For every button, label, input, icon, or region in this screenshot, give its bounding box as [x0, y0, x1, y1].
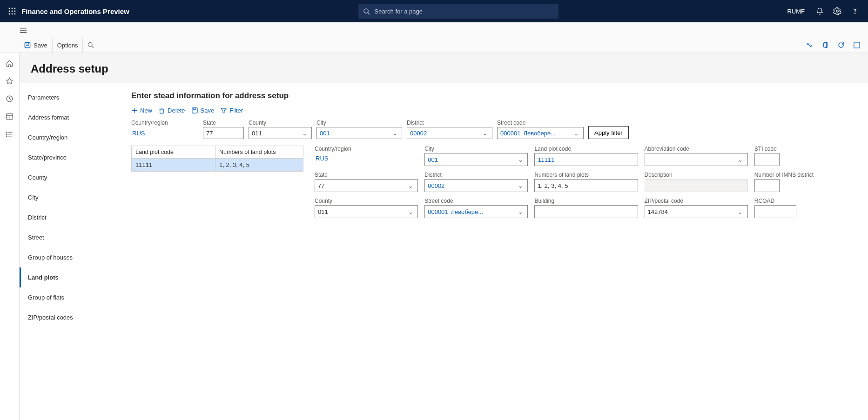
detail-rcoad-label: RCOAD: [754, 198, 858, 204]
detail-imns-input[interactable]: [754, 179, 780, 192]
rail-recent[interactable]: [3, 92, 16, 105]
section-menu-item[interactable]: Parameters: [20, 87, 121, 107]
detail-building-label: Building: [534, 198, 638, 204]
section-menu-item[interactable]: Address format: [20, 107, 121, 127]
section-menu-item[interactable]: County: [20, 167, 121, 187]
section-menu-item[interactable]: State/province: [20, 147, 121, 167]
rail-home[interactable]: [3, 57, 16, 70]
svg-point-30: [6, 133, 7, 134]
detail-building-input[interactable]: [534, 205, 638, 218]
svg-point-2: [14, 8, 16, 9]
filter-city-select[interactable]: 001⌄: [316, 127, 402, 139]
action-search-button[interactable]: [83, 38, 99, 53]
section-menu-item[interactable]: Group of flats: [20, 287, 121, 307]
section-menu-item[interactable]: ZIP/postal codes: [20, 307, 121, 327]
detail-sti-label: STI code: [754, 146, 858, 152]
filter-street-select[interactable]: 000001Левобере...⌄: [497, 127, 584, 139]
detail-sti-input[interactable]: [754, 153, 780, 166]
list-icon: [6, 130, 13, 138]
detail-county-select[interactable]: 011⌄: [315, 205, 418, 218]
toolbar-delete-button[interactable]: Delete: [159, 107, 185, 114]
chevron-down-icon: ⌄: [300, 130, 309, 137]
svg-point-19: [88, 42, 93, 47]
landplot-grid[interactable]: Land plot code Numbers of land plots 111…: [131, 146, 303, 172]
svg-rect-38: [193, 108, 196, 109]
section-menu-item[interactable]: Country/region: [20, 127, 121, 147]
filter-county-select[interactable]: 011⌄: [249, 127, 312, 139]
toolbar-save-label: Save: [201, 107, 215, 114]
svg-point-9: [363, 8, 368, 13]
expand-icon: [854, 42, 860, 48]
section-menu-item[interactable]: Group of houses: [20, 247, 121, 267]
detail-form: Country/regionRUS City001⌄ Land plot cod…: [315, 146, 858, 218]
grid-row[interactable]: 11111 1, 2, 3, 4, 5: [132, 159, 303, 171]
detail-county-label: County: [315, 198, 418, 204]
filter-state-label: State: [203, 120, 244, 126]
top-bar: Finance and Operations Preview RUMF: [0, 0, 868, 22]
trash-icon: [159, 107, 165, 114]
section-menu-item[interactable]: District: [20, 207, 121, 227]
app-launcher-button[interactable]: [5, 0, 20, 22]
gear-icon: [833, 7, 841, 15]
global-search[interactable]: [358, 4, 558, 19]
rail-favorites[interactable]: [3, 74, 16, 87]
detail-rcoad-input[interactable]: [754, 205, 796, 218]
waffle-icon: [8, 7, 16, 15]
bell-icon: [816, 7, 824, 15]
toolbar-save-button[interactable]: Save: [192, 107, 215, 114]
rail-workspaces[interactable]: [3, 110, 16, 123]
detail-imns-label: Number of IMNS district: [754, 172, 858, 178]
chevron-down-icon: ⌄: [516, 182, 525, 189]
rail-modules[interactable]: [3, 127, 16, 140]
filter-district-select[interactable]: 00002⌄: [407, 127, 492, 139]
app-title: Finance and Operations Preview: [21, 7, 129, 15]
action-options-button[interactable]: Options: [53, 38, 83, 53]
grid-header: Land plot code Numbers of land plots: [132, 146, 303, 159]
filter-state-input[interactable]: 77: [203, 127, 244, 139]
apply-filter-button[interactable]: Apply filter: [588, 126, 629, 139]
detail-street-select[interactable]: 000001Левобере...⌄: [424, 205, 528, 218]
filter-icon: [221, 107, 227, 113]
office-button[interactable]: [821, 40, 830, 50]
grid-col-code[interactable]: Land plot code: [132, 146, 215, 158]
svg-point-0: [9, 8, 10, 9]
detail-district-select[interactable]: 00002⌄: [424, 179, 528, 192]
section-menu-item[interactable]: Street: [20, 227, 121, 247]
chevron-down-icon: ⌄: [516, 208, 525, 215]
chevron-down-icon: ⌄: [516, 156, 525, 163]
connector-button[interactable]: [805, 40, 814, 50]
expand-button[interactable]: [852, 40, 861, 50]
svg-line-20: [92, 46, 94, 48]
toolbar-filter-button[interactable]: Filter: [221, 107, 243, 114]
detail-abbrev-select[interactable]: ⌄: [645, 153, 748, 166]
toolbar-new-label: New: [140, 107, 152, 114]
detail-landplot-label: Land plot code: [534, 146, 638, 152]
action-options-label: Options: [57, 42, 78, 49]
svg-rect-18: [26, 46, 29, 48]
nav-toggle-button[interactable]: [0, 22, 868, 38]
home-icon: [6, 60, 13, 67]
page-title: Address setup: [20, 53, 868, 83]
toolbar-new-button[interactable]: New: [131, 107, 152, 114]
chevron-down-icon: ⌄: [406, 208, 415, 215]
help-button[interactable]: [849, 6, 861, 17]
section-menu-item[interactable]: Land plots: [20, 267, 121, 287]
detail-desc-input: [645, 179, 748, 192]
action-save-label: Save: [34, 42, 47, 49]
detail-district-label: District: [424, 172, 528, 178]
notifications-button[interactable]: [814, 6, 825, 17]
detail-state-select[interactable]: 77⌄: [315, 179, 418, 192]
action-save-button[interactable]: Save: [20, 38, 53, 53]
save-icon: [192, 107, 198, 113]
detail-landplot-input[interactable]: 11111: [534, 153, 638, 166]
settings-button[interactable]: [832, 6, 843, 17]
detail-city-select[interactable]: 001⌄: [424, 153, 528, 166]
search-icon: [363, 8, 370, 15]
global-search-input[interactable]: [374, 7, 554, 15]
detail-zip-select[interactable]: 142784⌄: [645, 205, 748, 218]
section-menu-item[interactable]: City: [20, 187, 121, 207]
user-label[interactable]: RUMF: [787, 8, 805, 15]
grid-col-numbers[interactable]: Numbers of land plots: [215, 146, 303, 158]
detail-numbers-input[interactable]: 1, 2, 3, 4, 5: [534, 179, 638, 192]
refresh-button[interactable]: [836, 40, 846, 50]
